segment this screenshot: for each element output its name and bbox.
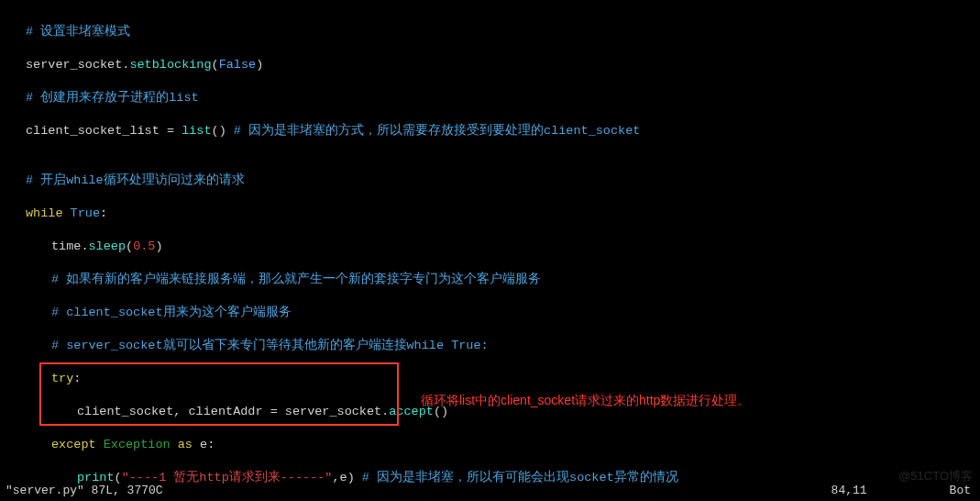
- keyword: as: [178, 438, 193, 451]
- func-call: sleep: [89, 239, 127, 253]
- annotation-text: 循环将list中的client_socket请求过来的http数据进行处理。: [421, 392, 750, 408]
- comment: # client_socket用来为这个客户端服务: [51, 306, 292, 319]
- func-call: setblocking: [129, 58, 211, 72]
- code-text: time.: [51, 239, 89, 253]
- paren: (: [126, 239, 133, 253]
- colon: :: [100, 206, 107, 220]
- bool-literal: False: [219, 58, 257, 72]
- status-file: "server.py" 87L, 3770C: [6, 484, 163, 497]
- comment: # 开启while循环处理访问过来的请求: [26, 173, 245, 187]
- keyword: while: [26, 206, 63, 220]
- code-editor[interactable]: # 设置非堵塞模式 server_socket.setblocking(Fals…: [0, 0, 980, 501]
- code-text: client_socket, clientAddr = server_socke…: [77, 405, 389, 418]
- paren: ): [256, 58, 263, 72]
- code-text: e:: [193, 438, 215, 451]
- keyword: except: [51, 438, 96, 451]
- paren: (: [212, 58, 219, 72]
- comment: # 设置非堵塞模式: [26, 25, 130, 39]
- keyword: try: [51, 372, 73, 385]
- number-literal: 0.5: [133, 239, 155, 253]
- status-mode: Bot: [950, 484, 971, 497]
- code-text: client_socket_list =: [26, 124, 182, 138]
- comment: # 如果有新的客户端来链接服务端，那么就产生一个新的套接字专门为这个客户端服务: [51, 273, 541, 286]
- status-position: 84,11: [831, 484, 867, 497]
- comment: # server_socket就可以省下来专门等待其他新的客户端连接while …: [51, 339, 489, 352]
- watermark: @51CTO博客: [898, 468, 973, 484]
- paren: ): [155, 239, 162, 253]
- vim-status-right: 84,11Bot: [831, 483, 971, 499]
- exception-class: Exception: [96, 438, 178, 451]
- paren: (): [212, 124, 226, 138]
- code-text: server_socket.: [26, 58, 129, 72]
- bool-literal: True: [63, 206, 101, 220]
- comment: # 创建用来存放子进程的list: [26, 91, 199, 105]
- colon: :: [73, 372, 81, 385]
- comment: # 因为是非堵塞的方式，所以需要存放接受到要处理的client_socket: [226, 124, 641, 138]
- func-call: list: [182, 124, 211, 138]
